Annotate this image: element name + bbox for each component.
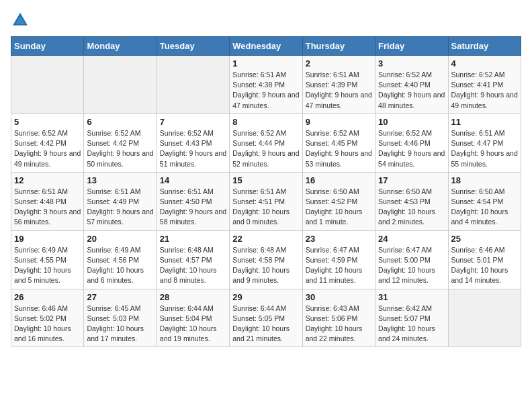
calendar-cell: 13Sunrise: 6:51 AM Sunset: 4:49 PM Dayli…: [84, 172, 157, 230]
calendar-cell: 14Sunrise: 6:51 AM Sunset: 4:50 PM Dayli…: [157, 172, 229, 230]
day-info: Sunrise: 6:50 AM Sunset: 4:52 PM Dayligh…: [306, 187, 372, 228]
day-info: Sunrise: 6:50 AM Sunset: 4:54 PM Dayligh…: [451, 187, 518, 228]
calendar-cell: [11, 56, 84, 114]
day-of-week-header: Friday: [375, 37, 448, 56]
day-info: Sunrise: 6:44 AM Sunset: 5:05 PM Dayligh…: [232, 304, 299, 345]
day-number: 2: [306, 58, 372, 68]
day-of-week-header: Saturday: [448, 37, 521, 56]
calendar-week-row: 19Sunrise: 6:49 AM Sunset: 4:55 PM Dayli…: [11, 230, 521, 289]
day-number: 6: [87, 117, 153, 127]
day-info: Sunrise: 6:52 AM Sunset: 4:42 PM Dayligh…: [87, 128, 153, 169]
day-info: Sunrise: 6:52 AM Sunset: 4:44 PM Dayligh…: [232, 128, 299, 169]
day-info: Sunrise: 6:51 AM Sunset: 4:47 PM Dayligh…: [451, 128, 518, 169]
day-number: 25: [451, 234, 518, 244]
day-number: 9: [306, 117, 372, 127]
calendar-cell: 20Sunrise: 6:49 AM Sunset: 4:56 PM Dayli…: [84, 230, 157, 289]
calendar-week-row: 5Sunrise: 6:52 AM Sunset: 4:42 PM Daylig…: [11, 113, 521, 172]
calendar-cell: 6Sunrise: 6:52 AM Sunset: 4:42 PM Daylig…: [84, 113, 157, 172]
calendar-cell: 30Sunrise: 6:43 AM Sunset: 5:06 PM Dayli…: [302, 289, 375, 347]
calendar-cell: 26Sunrise: 6:46 AM Sunset: 5:02 PM Dayli…: [11, 289, 84, 347]
calendar-cell: [84, 56, 157, 114]
day-number: 12: [14, 175, 81, 185]
day-number: 24: [378, 234, 445, 244]
day-info: Sunrise: 6:51 AM Sunset: 4:38 PM Dayligh…: [232, 70, 299, 111]
calendar-cell: 10Sunrise: 6:52 AM Sunset: 4:46 PM Dayli…: [375, 113, 448, 172]
day-number: 20: [87, 234, 153, 244]
day-number: 21: [160, 234, 226, 244]
day-number: 3: [378, 58, 445, 68]
day-number: 1: [232, 58, 299, 68]
calendar-cell: 9Sunrise: 6:52 AM Sunset: 4:45 PM Daylig…: [302, 113, 375, 172]
day-info: Sunrise: 6:51 AM Sunset: 4:50 PM Dayligh…: [160, 187, 226, 228]
calendar-cell: 19Sunrise: 6:49 AM Sunset: 4:55 PM Dayli…: [11, 230, 84, 289]
day-number: 22: [232, 234, 299, 244]
calendar-cell: 17Sunrise: 6:50 AM Sunset: 4:53 PM Dayli…: [375, 172, 448, 230]
day-info: Sunrise: 6:52 AM Sunset: 4:46 PM Dayligh…: [378, 128, 445, 169]
calendar-cell: 8Sunrise: 6:52 AM Sunset: 4:44 PM Daylig…: [230, 113, 302, 172]
calendar-cell: 18Sunrise: 6:50 AM Sunset: 4:54 PM Dayli…: [448, 172, 521, 230]
day-info: Sunrise: 6:52 AM Sunset: 4:41 PM Dayligh…: [451, 70, 518, 111]
calendar-week-row: 1Sunrise: 6:51 AM Sunset: 4:38 PM Daylig…: [11, 56, 521, 114]
day-info: Sunrise: 6:48 AM Sunset: 4:57 PM Dayligh…: [160, 245, 226, 286]
day-info: Sunrise: 6:52 AM Sunset: 4:45 PM Dayligh…: [306, 128, 372, 169]
calendar-cell: 21Sunrise: 6:48 AM Sunset: 4:57 PM Dayli…: [157, 230, 229, 289]
day-number: 18: [451, 175, 518, 185]
calendar-cell: 28Sunrise: 6:44 AM Sunset: 5:04 PM Dayli…: [157, 289, 229, 347]
day-info: Sunrise: 6:51 AM Sunset: 4:39 PM Dayligh…: [306, 70, 372, 111]
day-info: Sunrise: 6:42 AM Sunset: 5:07 PM Dayligh…: [378, 304, 445, 345]
day-number: 19: [14, 234, 81, 244]
calendar-cell: [157, 56, 229, 114]
day-number: 16: [306, 175, 372, 185]
calendar-cell: 5Sunrise: 6:52 AM Sunset: 4:42 PM Daylig…: [11, 113, 84, 172]
day-number: 15: [232, 175, 299, 185]
day-info: Sunrise: 6:47 AM Sunset: 5:00 PM Dayligh…: [378, 245, 445, 286]
day-number: 31: [378, 292, 445, 302]
day-info: Sunrise: 6:51 AM Sunset: 4:48 PM Dayligh…: [14, 187, 81, 228]
day-number: 23: [306, 234, 372, 244]
day-number: 13: [87, 175, 153, 185]
day-of-week-header: Monday: [84, 37, 157, 56]
day-number: 8: [232, 117, 299, 127]
calendar-cell: 1Sunrise: 6:51 AM Sunset: 4:38 PM Daylig…: [230, 56, 302, 114]
day-info: Sunrise: 6:44 AM Sunset: 5:04 PM Dayligh…: [160, 304, 226, 345]
day-info: Sunrise: 6:51 AM Sunset: 4:51 PM Dayligh…: [232, 187, 299, 228]
day-info: Sunrise: 6:51 AM Sunset: 4:49 PM Dayligh…: [87, 187, 153, 228]
page-header: [11, 11, 521, 30]
day-number: 7: [160, 117, 226, 127]
calendar-cell: 12Sunrise: 6:51 AM Sunset: 4:48 PM Dayli…: [11, 172, 84, 230]
day-info: Sunrise: 6:52 AM Sunset: 4:42 PM Dayligh…: [14, 128, 81, 169]
day-number: 5: [14, 117, 81, 127]
calendar-cell: 24Sunrise: 6:47 AM Sunset: 5:00 PM Dayli…: [375, 230, 448, 289]
calendar-table: SundayMondayTuesdayWednesdayThursdayFrid…: [11, 36, 521, 347]
day-number: 27: [87, 292, 153, 302]
day-number: 28: [160, 292, 226, 302]
calendar-cell: 23Sunrise: 6:47 AM Sunset: 4:59 PM Dayli…: [302, 230, 375, 289]
day-info: Sunrise: 6:52 AM Sunset: 4:43 PM Dayligh…: [160, 128, 226, 169]
day-of-week-header: Thursday: [302, 37, 375, 56]
calendar-cell: 15Sunrise: 6:51 AM Sunset: 4:51 PM Dayli…: [230, 172, 302, 230]
day-info: Sunrise: 6:46 AM Sunset: 5:01 PM Dayligh…: [451, 245, 518, 286]
calendar-cell: 29Sunrise: 6:44 AM Sunset: 5:05 PM Dayli…: [230, 289, 302, 347]
day-info: Sunrise: 6:46 AM Sunset: 5:02 PM Dayligh…: [14, 304, 81, 345]
calendar-cell: 11Sunrise: 6:51 AM Sunset: 4:47 PM Dayli…: [448, 113, 521, 172]
day-of-week-header: Tuesday: [157, 37, 229, 56]
calendar-cell: 31Sunrise: 6:42 AM Sunset: 5:07 PM Dayli…: [375, 289, 448, 347]
day-number: 30: [306, 292, 372, 302]
day-number: 29: [232, 292, 299, 302]
calendar-cell: 2Sunrise: 6:51 AM Sunset: 4:39 PM Daylig…: [302, 56, 375, 114]
day-of-week-header: Wednesday: [230, 37, 302, 56]
day-info: Sunrise: 6:49 AM Sunset: 4:56 PM Dayligh…: [87, 245, 153, 286]
day-info: Sunrise: 6:45 AM Sunset: 5:03 PM Dayligh…: [87, 304, 153, 345]
day-info: Sunrise: 6:50 AM Sunset: 4:53 PM Dayligh…: [378, 187, 445, 228]
day-of-week-header: Sunday: [11, 37, 84, 56]
day-info: Sunrise: 6:43 AM Sunset: 5:06 PM Dayligh…: [306, 304, 372, 345]
calendar-week-row: 12Sunrise: 6:51 AM Sunset: 4:48 PM Dayli…: [11, 172, 521, 230]
calendar-cell: 4Sunrise: 6:52 AM Sunset: 4:41 PM Daylig…: [448, 56, 521, 114]
calendar-cell: 3Sunrise: 6:52 AM Sunset: 4:40 PM Daylig…: [375, 56, 448, 114]
logo: [11, 11, 32, 30]
calendar-cell: 25Sunrise: 6:46 AM Sunset: 5:01 PM Dayli…: [448, 230, 521, 289]
logo-icon: [11, 11, 30, 30]
day-number: 10: [378, 117, 445, 127]
calendar-cell: [448, 289, 521, 347]
calendar-cell: 16Sunrise: 6:50 AM Sunset: 4:52 PM Dayli…: [302, 172, 375, 230]
